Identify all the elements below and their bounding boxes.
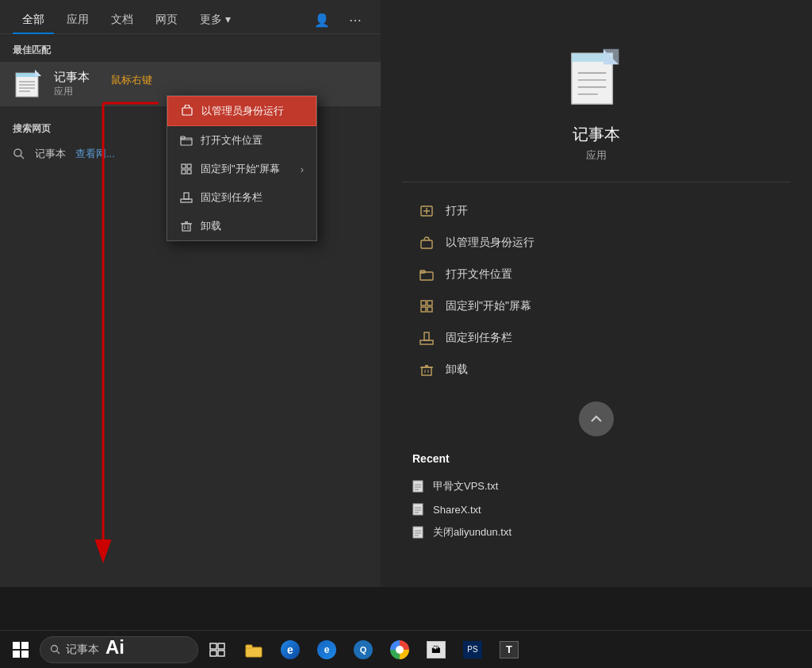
recent-section: Recent 甲骨文VPS.txt ShareX.txt	[381, 452, 812, 544]
edge-icon: e	[281, 640, 300, 659]
more-options-icon[interactable]: ⋯	[343, 10, 368, 31]
action-uninstall-label: 卸载	[446, 363, 468, 377]
ai-label-area: Ai	[90, 627, 140, 668]
right-actions: 打开 以管理员身份运行 打开文件位置	[381, 195, 812, 386]
action-pin-start[interactable]: 固定到"开始"屏幕	[412, 290, 780, 322]
windows-icon	[12, 641, 29, 658]
task-view-button[interactable]	[200, 632, 235, 667]
menu-run-as-admin[interactable]: 以管理员身份运行	[167, 96, 316, 126]
search-icon	[13, 148, 25, 160]
svg-rect-66	[21, 651, 29, 658]
action-pin-start-label: 固定到"开始"屏幕	[446, 299, 531, 313]
web-search-link[interactable]: 查看网...	[75, 147, 115, 161]
action-uninstall[interactable]: 卸载	[412, 354, 780, 386]
terminal-button[interactable]: PS	[455, 632, 490, 667]
action-open-file-location-label: 打开文件位置	[446, 267, 512, 282]
run-admin-icon	[419, 235, 435, 251]
file-icon-3	[412, 526, 423, 539]
svg-rect-56	[413, 527, 423, 538]
photos-button[interactable]: 🏔	[419, 632, 454, 667]
web-search-text: 记事本	[35, 147, 66, 161]
recent-file-1[interactable]: 甲骨文VPS.txt	[412, 474, 780, 498]
notepad-app-info: 记事本 应用	[54, 70, 90, 98]
submenu-arrow-icon: ›	[301, 163, 304, 175]
action-open-label: 打开	[446, 204, 468, 218]
action-open-file-location[interactable]: 打开文件位置	[412, 259, 780, 290]
file-explorer-icon	[245, 642, 262, 658]
tab-web[interactable]: 网页	[146, 6, 187, 33]
typora-icon: T	[500, 641, 519, 658]
file-location-icon	[419, 267, 435, 282]
svg-rect-38	[427, 301, 432, 305]
svg-rect-48	[413, 481, 423, 492]
svg-rect-65	[13, 651, 20, 658]
tab-all[interactable]: 全部	[13, 6, 54, 33]
user-icon[interactable]: 👤	[308, 10, 336, 31]
typora-button[interactable]: T	[492, 632, 527, 667]
terminal-icon: PS	[463, 641, 482, 658]
pin-taskbar-right-icon	[419, 330, 435, 346]
svg-rect-8	[182, 108, 192, 115]
svg-rect-34	[421, 240, 432, 248]
divider	[402, 182, 791, 182]
svg-rect-74	[246, 645, 252, 648]
task-view-icon	[209, 643, 225, 657]
recent-label: Recent	[412, 452, 780, 465]
svg-point-67	[52, 645, 58, 651]
svg-rect-14	[187, 170, 191, 174]
svg-rect-16	[184, 193, 189, 199]
svg-rect-11	[182, 164, 186, 168]
menu-pin-taskbar[interactable]: 固定到任务栏	[167, 183, 316, 212]
taskbar: 记事本 e e Q	[0, 630, 812, 668]
svg-rect-37	[421, 301, 426, 305]
uninstall-icon	[419, 362, 435, 378]
action-open[interactable]: 打开	[412, 195, 780, 227]
pin-taskbar-icon	[180, 191, 193, 204]
file-icon-1	[412, 480, 423, 493]
windows-start-button[interactable]	[3, 632, 38, 667]
scroll-up-button[interactable]	[579, 401, 614, 436]
recent-file-2[interactable]: ShareX.txt	[412, 498, 780, 520]
svg-rect-63	[13, 642, 20, 649]
right-app-name: 记事本	[573, 124, 620, 145]
menu-uninstall[interactable]: 卸载	[167, 212, 316, 240]
svg-line-68	[57, 651, 60, 654]
menu-run-as-admin-label: 以管理员身份运行	[201, 104, 284, 118]
chrome-icon	[390, 640, 409, 659]
svg-rect-42	[424, 332, 429, 340]
recent-file-1-name: 甲骨文VPS.txt	[433, 479, 498, 493]
chevron-up-icon	[588, 411, 604, 427]
svg-marker-7	[35, 70, 41, 76]
right-click-tooltip: 鼠标右键	[111, 73, 152, 87]
file-explorer-button[interactable]	[236, 632, 271, 667]
action-run-as-admin[interactable]: 以管理员身份运行	[412, 227, 780, 259]
ie-button[interactable]: e	[309, 632, 344, 667]
pin-start-icon	[180, 163, 193, 175]
search-panel: 全部 应用 文档 网页 更多 ▾ 👤 ⋯ 最佳匹配 记事本 应用 鼠标右键	[0, 0, 381, 587]
svg-rect-17	[182, 224, 190, 231]
menu-open-file-location[interactable]: 打开文件位置	[167, 126, 316, 155]
notepad-app-name: 记事本	[54, 70, 90, 85]
svg-rect-72	[218, 651, 224, 656]
svg-rect-43	[422, 367, 431, 375]
menu-pin-start-label: 固定到"开始"屏幕	[201, 162, 280, 176]
notepad-app-icon	[13, 68, 44, 100]
qq-button[interactable]: Q	[346, 632, 381, 667]
menu-uninstall-label: 卸载	[201, 219, 221, 233]
tab-docs[interactable]: 文档	[102, 6, 143, 33]
tab-apps[interactable]: 应用	[57, 6, 98, 33]
chrome-button[interactable]	[382, 632, 417, 667]
action-pin-taskbar[interactable]: 固定到任务栏	[412, 322, 780, 354]
recent-file-3[interactable]: 关闭aliyundun.txt	[412, 520, 780, 544]
edge-button[interactable]: e	[273, 632, 308, 667]
svg-rect-41	[420, 340, 433, 344]
file-icon-2	[412, 503, 423, 516]
svg-rect-73	[246, 647, 262, 657]
svg-line-23	[21, 155, 24, 159]
open-icon	[419, 203, 435, 219]
run-as-admin-icon	[181, 105, 193, 117]
taskbar-search-icon	[50, 644, 61, 655]
trash-icon	[180, 220, 193, 232]
tab-more[interactable]: 更多 ▾	[190, 6, 240, 33]
menu-pin-start[interactable]: 固定到"开始"屏幕 ›	[167, 155, 316, 183]
